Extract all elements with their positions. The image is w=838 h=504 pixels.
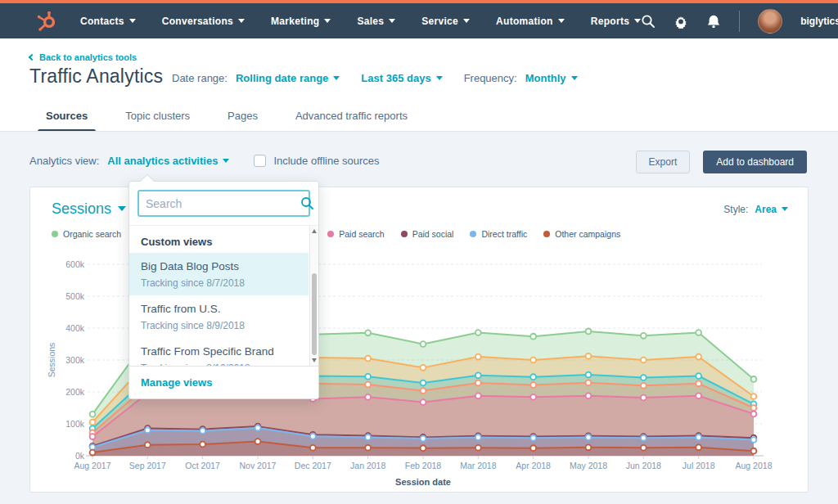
svg-text:Aug 2018: Aug 2018 xyxy=(736,461,773,470)
avatar[interactable] xyxy=(758,9,782,34)
primary-nav: ContactsConversationsMarketingSalesServi… xyxy=(80,16,641,27)
tab-pages[interactable]: Pages xyxy=(228,110,258,133)
legend-label: Other campaigns xyxy=(555,229,620,239)
chevron-down-icon xyxy=(558,19,565,26)
date-range-label: Date range: xyxy=(172,72,228,84)
scroll-up-icon[interactable] xyxy=(312,229,317,233)
chevron-down-icon xyxy=(463,19,470,26)
legend-item-paid-search[interactable]: Paid search xyxy=(327,229,384,239)
view-item-traffic-from-specific-brand[interactable]: Traffic From Specific BrandTracking sinc… xyxy=(129,338,309,366)
date-range-type-value: Rolling date range xyxy=(236,72,328,84)
chevron-down-icon xyxy=(238,19,245,26)
dropdown-search xyxy=(137,190,310,217)
scrollbar-thumb[interactable] xyxy=(312,273,317,355)
svg-text:0k: 0k xyxy=(75,451,85,461)
search-icon xyxy=(300,196,314,210)
view-item-title: Traffic From Specific Brand xyxy=(141,344,297,359)
nav-item-label: Service xyxy=(421,16,458,27)
frequency-value: Monthly xyxy=(525,72,566,84)
hubspot-logo-icon[interactable] xyxy=(36,10,59,33)
legend-label: Direct traffic xyxy=(481,229,527,239)
legend-dot-icon xyxy=(52,231,58,237)
chevron-down-icon xyxy=(571,76,578,83)
svg-text:Oct 2017: Oct 2017 xyxy=(185,461,220,470)
svg-text:Session date: Session date xyxy=(395,477,451,487)
back-to-analytics-link[interactable]: Back to analytics tools xyxy=(29,52,137,62)
date-range-value: Last 365 days xyxy=(361,72,430,84)
date-range-value-dropdown[interactable]: Last 365 days xyxy=(361,72,442,84)
svg-text:500k: 500k xyxy=(65,291,85,301)
account-menu[interactable]: biglytics.net xyxy=(800,16,838,27)
view-items: Big Data Blog PostsTracking since 8/7/20… xyxy=(129,253,318,366)
analytics-view-label: Analytics view: xyxy=(29,155,99,167)
view-item-title: Traffic from U.S. xyxy=(141,301,297,317)
svg-text:100k: 100k xyxy=(65,419,85,429)
legend-label: Paid search xyxy=(339,229,384,239)
frequency-label: Frequency: xyxy=(464,72,517,84)
include-offline-sources-option: Include offline sources xyxy=(254,155,379,167)
chevron-down-icon xyxy=(634,19,641,26)
svg-text:Mar 2018: Mar 2018 xyxy=(460,461,497,470)
scrollbar[interactable] xyxy=(309,226,318,366)
toolbar-buttons: Export Add to dashboard xyxy=(636,151,807,173)
analytics-view-dropdown[interactable]: All analytics activities xyxy=(107,155,229,167)
search-icon[interactable] xyxy=(641,14,656,29)
svg-text:Nov 2017: Nov 2017 xyxy=(240,461,277,470)
view-item-traffic-from-u-s[interactable]: Traffic from U.S.Tracking since 8/9/2018 xyxy=(129,295,309,338)
tab-topic-clusters[interactable]: Topic clusters xyxy=(125,110,190,133)
nav-item-service[interactable]: Service xyxy=(421,16,470,27)
nav-item-automation[interactable]: Automation xyxy=(496,16,565,27)
chevron-down-icon xyxy=(118,206,126,215)
svg-text:Aug 2017: Aug 2017 xyxy=(74,461,111,470)
chevron-down-icon xyxy=(223,159,229,166)
style-dropdown[interactable]: Area xyxy=(755,204,788,215)
chevron-down-icon xyxy=(389,19,395,26)
nav-item-sales[interactable]: Sales xyxy=(357,16,395,27)
svg-text:Jun 2018: Jun 2018 xyxy=(626,461,661,470)
search-input[interactable] xyxy=(139,197,300,210)
nav-item-label: Automation xyxy=(496,16,553,27)
nav-item-marketing[interactable]: Marketing xyxy=(271,16,331,27)
legend-item-organic-search[interactable]: Organic search xyxy=(52,229,121,239)
gear-icon[interactable] xyxy=(674,14,688,29)
metric-dropdown[interactable]: Sessions xyxy=(52,200,126,218)
view-item-title: Big Data Blog Posts xyxy=(141,259,297,274)
export-button[interactable]: Export xyxy=(636,151,691,173)
view-item-big-data-blog-posts[interactable]: Big Data Blog PostsTracking since 8/7/20… xyxy=(129,253,309,295)
legend-label: Paid social xyxy=(412,229,454,239)
svg-text:Sep 2017: Sep 2017 xyxy=(129,461,166,470)
view-item-subtitle: Tracking since 8/7/2018 xyxy=(141,277,297,290)
add-to-dashboard-button[interactable]: Add to dashboard xyxy=(703,151,807,173)
frequency-dropdown[interactable]: Monthly xyxy=(525,72,578,84)
nav-item-contacts[interactable]: Contacts xyxy=(80,16,136,27)
chevron-down-icon xyxy=(436,76,443,83)
style-control: Style: Area xyxy=(723,204,788,215)
style-label: Style: xyxy=(723,204,748,215)
nav-item-conversations[interactable]: Conversations xyxy=(162,16,245,27)
include-offline-sources-label: Include offline sources xyxy=(273,155,379,167)
scroll-down-icon[interactable] xyxy=(312,358,317,362)
legend-item-paid-social[interactable]: Paid social xyxy=(401,229,454,239)
style-value: Area xyxy=(755,204,777,215)
tab-sources[interactable]: Sources xyxy=(46,110,88,133)
svg-text:May 2018: May 2018 xyxy=(570,461,607,470)
nav-item-reports[interactable]: Reports xyxy=(591,16,641,27)
nav-item-label: Marketing xyxy=(271,16,319,27)
include-offline-sources-checkbox[interactable] xyxy=(254,155,266,167)
nav-item-label: Reports xyxy=(591,16,629,27)
chevron-down-icon xyxy=(333,76,340,83)
analytics-view-dropdown-panel: Custom views Big Data Blog PostsTracking… xyxy=(128,181,319,399)
legend-dot-icon xyxy=(327,231,334,237)
analytics-view-value: All analytics activities xyxy=(107,155,218,167)
svg-text:Apr 2018: Apr 2018 xyxy=(516,461,551,470)
account-name: biglytics.net xyxy=(800,16,838,27)
manage-views-link[interactable]: Manage views xyxy=(129,366,318,398)
bell-icon[interactable] xyxy=(706,14,721,29)
tab-advanced-traffic-reports[interactable]: Advanced traffic reports xyxy=(295,110,408,133)
legend-dot-icon xyxy=(470,231,476,237)
legend-item-other-campaigns[interactable]: Other campaigns xyxy=(543,229,620,239)
legend-item-direct-traffic[interactable]: Direct traffic xyxy=(470,229,527,239)
date-range-type-dropdown[interactable]: Rolling date range xyxy=(236,72,340,84)
nav-item-label: Conversations xyxy=(162,16,233,27)
svg-text:400k: 400k xyxy=(65,323,85,333)
